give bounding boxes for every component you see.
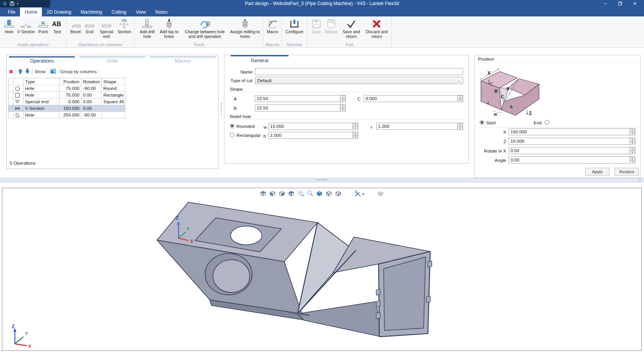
- rotate-in-x-field[interactable]: 0.00 ▴▾: [509, 147, 635, 154]
- splitter-grip-icon[interactable]: •••••: [0, 178, 644, 182]
- menu-tab-home[interactable]: Home: [20, 7, 42, 16]
- assign-milling-button[interactable]: Assign milling to holes: [229, 18, 261, 39]
- table-row[interactable]: Special end 0.000 0.00 Square 45: [9, 99, 126, 105]
- discard-icon: [371, 18, 382, 30]
- save-and-return-button[interactable]: Save and return: [339, 18, 363, 39]
- view-top-cube-icon[interactable]: [259, 190, 267, 198]
- horizontal-splitter[interactable]: ••••• ⌂: [0, 178, 644, 182]
- material-cube-icon[interactable]: [376, 190, 385, 198]
- minimize-button[interactable]: –: [599, 0, 612, 7]
- spinner[interactable]: ▴▾: [457, 95, 463, 102]
- view-iso-cube-icon[interactable]: [287, 190, 296, 198]
- svg-text:A: A: [506, 86, 509, 91]
- spinner[interactable]: ▴▾: [352, 132, 358, 138]
- text-button[interactable]: AB Text: [51, 18, 64, 35]
- shaded-view-icon[interactable]: [315, 190, 324, 198]
- group-by-columns-button[interactable]: Group by columns: [60, 69, 97, 74]
- save-button[interactable]: Save: [310, 18, 323, 35]
- end-button[interactable]: End: [83, 18, 96, 35]
- discard-and-return-button[interactable]: Discard and return: [364, 18, 389, 39]
- menu-tab-notes[interactable]: Notes: [151, 7, 172, 16]
- view-side-cube-icon[interactable]: [278, 190, 286, 198]
- chevron-down-icon: ⌄: [457, 79, 460, 83]
- collapse-panel-icon[interactable]: ⌂: [638, 178, 641, 182]
- menu-tab-2d-drawing[interactable]: 2D Drawing: [42, 7, 76, 16]
- angle-field[interactable]: 0.00 ▴▾: [509, 156, 635, 163]
- h-field[interactable]: 2.000 ▴▾: [268, 132, 358, 139]
- tab-general[interactable]: General: [231, 58, 289, 63]
- table-row[interactable]: Hole 250.000 -90.00: [9, 112, 126, 119]
- move-down-icon[interactable]: [25, 68, 30, 75]
- wireframe-cube-icon[interactable]: [325, 190, 333, 198]
- spinner[interactable]: ▴▾: [457, 123, 463, 129]
- point-button[interactable]: Point: [36, 18, 50, 35]
- close-button[interactable]: ×: [628, 0, 642, 7]
- rounded-radio[interactable]: [230, 124, 235, 128]
- end-radio[interactable]: [545, 120, 549, 125]
- zoom-icon[interactable]: [306, 190, 314, 198]
- add-drill-hole-button[interactable]: Add drill hole: [137, 18, 157, 39]
- spinner[interactable]: ▴▾: [352, 123, 358, 129]
- svg-text:Y: Y: [186, 226, 189, 231]
- a-field[interactable]: 22.50 ▴▾: [255, 95, 346, 102]
- z-field[interactable]: 10.000 ▴▾: [509, 138, 635, 145]
- start-radio[interactable]: [480, 120, 484, 125]
- bevel-button[interactable]: Bevel: [69, 18, 82, 35]
- move-up-icon[interactable]: [18, 68, 23, 75]
- hole-button[interactable]: Hole: [2, 18, 16, 35]
- delete-operation-icon[interactable]: ✖: [9, 69, 13, 75]
- table-row[interactable]: Hole 75.000 -90.00 Round: [9, 85, 126, 92]
- angle-label: Angle: [475, 158, 506, 163]
- spinner[interactable]: ▴▾: [630, 138, 635, 144]
- round-hole-icon: [13, 85, 23, 92]
- macro-button[interactable]: Macro: [266, 18, 279, 35]
- menu-tab-view[interactable]: View: [131, 7, 151, 16]
- spinner[interactable]: ▴▾: [340, 105, 345, 111]
- menu-tab-file[interactable]: File: [3, 7, 20, 16]
- ribbon-group-operations-on-extremes: Bevel End Special end Section Operations…: [67, 16, 135, 47]
- c-field[interactable]: 0.000 ▴▾: [364, 95, 463, 102]
- section-button[interactable]: Section: [117, 18, 132, 35]
- reload-button[interactable]: Reload: [324, 18, 338, 35]
- spinner[interactable]: ▴▾: [630, 147, 635, 154]
- spinner[interactable]: ▴▾: [340, 95, 345, 102]
- x-field[interactable]: 150.000 ▴▾: [509, 128, 635, 135]
- view-tools-dropdown-icon[interactable]: [354, 190, 365, 198]
- show-button[interactable]: Show: [34, 69, 46, 74]
- viewport-3d[interactable]: Z Y X Z Y X: [2, 188, 642, 351]
- add-tap-to-holes-button[interactable]: Add tap to holes: [158, 18, 180, 39]
- menu-tab-machining[interactable]: Machining: [76, 7, 107, 16]
- w-field[interactable]: 15.000 ▴▾: [268, 123, 358, 130]
- table-row-selected[interactable]: V Section 150.000 0.00: [9, 105, 126, 112]
- v-section-button[interactable]: V Section: [16, 18, 36, 35]
- perspective-cube-icon[interactable]: [334, 190, 343, 198]
- view-front-cube-icon[interactable]: [268, 190, 277, 198]
- rectangular-radio[interactable]: [230, 133, 235, 137]
- tab-drills[interactable]: Drills: [77, 55, 148, 67]
- table-row[interactable]: Hole 75.000 0.00 Rectangle: [9, 92, 126, 99]
- configure-button[interactable]: Configure: [284, 18, 305, 35]
- operations-panel-tabs: Operations Drills Macros: [7, 55, 218, 67]
- restore-button-panel[interactable]: Restore: [615, 168, 639, 176]
- menu-tab-cutting[interactable]: Cutting: [107, 7, 131, 16]
- name-input[interactable]: [255, 68, 463, 75]
- panel-splitter-handle[interactable]: •••••••: [221, 102, 222, 120]
- zoom-window-icon[interactable]: [296, 190, 305, 198]
- tab-macros[interactable]: Macros: [148, 55, 218, 67]
- special-end-button[interactable]: Special end: [97, 18, 116, 39]
- preview-window-icon[interactable]: [50, 68, 56, 75]
- b-field[interactable]: 22.50 ▴▾: [255, 104, 346, 111]
- tab-operations[interactable]: Operations: [7, 55, 77, 67]
- spinner[interactable]: ▴▾: [630, 129, 635, 135]
- restore-button[interactable]: [613, 0, 627, 7]
- reload-icon: [325, 18, 337, 30]
- w-label: w: [263, 125, 267, 129]
- rect-hole-icon: [13, 92, 23, 98]
- spinner[interactable]: ▴▾: [630, 157, 635, 163]
- change-hole-drill-button[interactable]: Change between hole and drill operation: [181, 18, 229, 39]
- apply-button[interactable]: Apply: [585, 168, 610, 176]
- type-of-cut-dropdown[interactable]: Default⌄: [255, 77, 463, 84]
- r-field[interactable]: 1.000 ▴▾: [376, 123, 463, 130]
- operations-panel: Operations Drills Macros ✖ Show Group by…: [6, 55, 218, 169]
- operations-table-header[interactable]: : Type Position Rotation Shape: [9, 78, 126, 85]
